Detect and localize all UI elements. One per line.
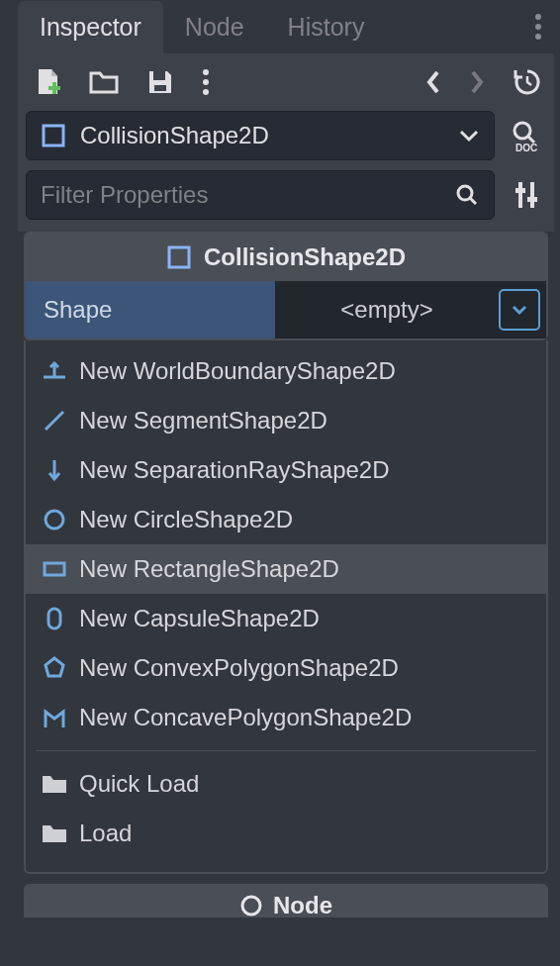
shape-property-value-wrap[interactable]: <empty> xyxy=(275,281,546,338)
svg-rect-14 xyxy=(518,182,522,208)
svg-point-26 xyxy=(242,897,260,915)
section-title: CollisionShape2D xyxy=(204,243,406,271)
section-header[interactable]: CollisionShape2D xyxy=(26,234,546,281)
node-circle-icon xyxy=(239,894,263,918)
svg-rect-15 xyxy=(530,182,534,208)
svg-point-8 xyxy=(203,79,209,85)
filter-row xyxy=(18,170,554,232)
shape-option-label: New CircleShape2D xyxy=(79,506,293,533)
shape-option-segment[interactable]: New SegmentShape2D xyxy=(26,396,546,445)
svg-line-21 xyxy=(46,412,63,430)
separation-ray-icon xyxy=(40,455,69,485)
new-resource-icon[interactable] xyxy=(36,67,61,97)
tab-inspector[interactable]: Inspector xyxy=(18,1,163,53)
svg-point-0 xyxy=(535,14,541,20)
dropdown-separator xyxy=(36,750,536,751)
node-selector-row: CollisionShape2D DOC xyxy=(18,111,554,170)
shape-property-value: <empty> xyxy=(275,296,499,324)
shape-property-label: Shape xyxy=(26,281,275,338)
shape-option-concave[interactable]: New ConcavePolygonShape2D xyxy=(26,693,546,742)
shape-property-row: Shape <empty> xyxy=(26,281,546,338)
docs-icon[interactable]: DOC xyxy=(507,119,546,152)
folder-icon xyxy=(40,819,69,848)
quick-load-label: Quick Load xyxy=(79,770,199,798)
shape-option-circle[interactable]: New CircleShape2D xyxy=(26,495,546,544)
svg-point-9 xyxy=(203,89,209,95)
properties-section: CollisionShape2D Shape <empty> xyxy=(24,232,548,340)
chevron-down-icon xyxy=(458,129,480,143)
svg-point-7 xyxy=(203,69,209,75)
svg-rect-4 xyxy=(52,82,56,94)
svg-point-23 xyxy=(46,511,63,529)
capsule-icon xyxy=(40,604,69,633)
extra-menu-icon[interactable] xyxy=(202,68,210,96)
svg-point-1 xyxy=(535,24,541,30)
history-back-icon[interactable] xyxy=(425,69,441,95)
filter-input-wrap xyxy=(26,170,495,220)
node-name: CollisionShape2D xyxy=(80,122,444,149)
svg-rect-16 xyxy=(515,188,525,193)
svg-text:DOC: DOC xyxy=(515,143,537,152)
collision-shape-icon xyxy=(166,244,192,270)
shape-option-separation-ray[interactable]: New SeparationRayShape2D xyxy=(26,445,546,495)
shape-option-world-boundary[interactable]: New WorldBoundaryShape2D xyxy=(26,346,546,396)
rectangle-icon xyxy=(40,554,69,584)
shape-option-label: New SeparationRayShape2D xyxy=(79,456,390,484)
shape-option-label: New CapsuleShape2D xyxy=(79,605,320,632)
toolbar xyxy=(18,53,554,111)
collision-shape-icon xyxy=(41,123,66,148)
shape-dropdown-menu: New WorldBoundaryShape2DNew SegmentShape… xyxy=(24,340,548,874)
node-selector[interactable]: CollisionShape2D xyxy=(26,111,495,160)
shape-option-label: New RectangleShape2D xyxy=(79,555,339,583)
svg-rect-6 xyxy=(154,85,166,91)
shape-option-capsule[interactable]: New CapsuleShape2D xyxy=(26,594,546,643)
svg-rect-10 xyxy=(44,126,63,145)
tab-history[interactable]: History xyxy=(266,1,387,53)
open-resource-icon[interactable] xyxy=(89,69,119,95)
tab-node[interactable]: Node xyxy=(163,1,266,53)
folder-icon xyxy=(40,769,69,799)
svg-point-13 xyxy=(458,186,472,200)
tools-icon[interactable] xyxy=(507,180,546,210)
world-boundary-icon xyxy=(40,356,69,386)
shape-option-label: New WorldBoundaryShape2D xyxy=(79,357,396,385)
search-icon[interactable] xyxy=(454,182,480,208)
svg-rect-18 xyxy=(169,247,189,267)
tab-bar: Inspector Node History xyxy=(18,0,554,53)
filter-properties-input[interactable] xyxy=(41,181,454,209)
shape-dropdown-button[interactable] xyxy=(499,289,540,331)
quick-load-option[interactable]: Quick Load xyxy=(26,759,546,809)
node-section-title: Node xyxy=(273,892,332,918)
svg-rect-24 xyxy=(45,563,64,575)
history-clock-icon[interactable] xyxy=(513,67,542,97)
panel-menu-icon[interactable] xyxy=(522,5,554,48)
svg-rect-25 xyxy=(48,609,60,628)
node-section-header[interactable]: Node xyxy=(24,884,548,918)
save-resource-icon[interactable] xyxy=(146,68,174,96)
svg-rect-5 xyxy=(153,71,165,80)
shape-option-convex[interactable]: New ConvexPolygonShape2D xyxy=(26,643,546,693)
shape-option-label: New ConcavePolygonShape2D xyxy=(79,704,412,731)
convex-icon xyxy=(40,653,69,683)
concave-icon xyxy=(40,703,69,732)
history-forward-icon[interactable] xyxy=(469,69,485,95)
shape-option-rectangle[interactable]: New RectangleShape2D xyxy=(26,544,546,594)
svg-point-2 xyxy=(535,34,541,40)
load-option[interactable]: Load xyxy=(26,809,546,858)
load-label: Load xyxy=(79,820,132,847)
segment-icon xyxy=(40,406,69,435)
svg-rect-17 xyxy=(527,197,537,202)
shape-option-label: New ConvexPolygonShape2D xyxy=(79,654,399,682)
circle-icon xyxy=(40,505,69,534)
svg-point-11 xyxy=(514,123,530,139)
shape-option-label: New SegmentShape2D xyxy=(79,407,327,435)
